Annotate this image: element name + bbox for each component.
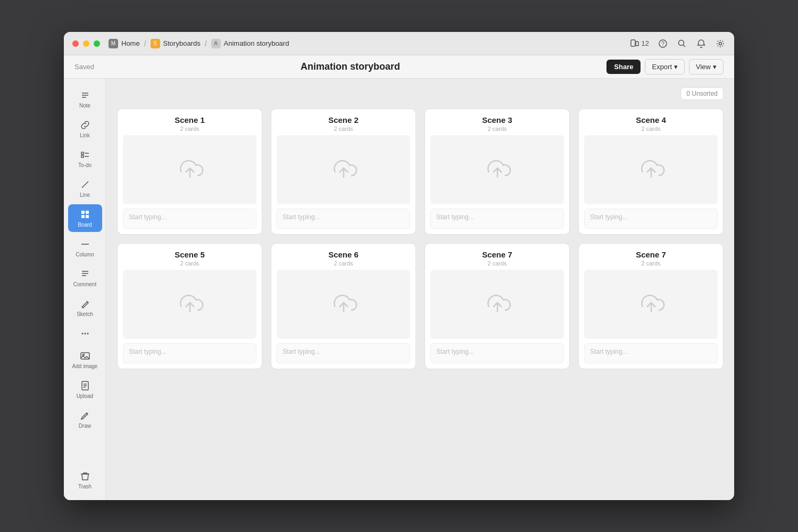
scene-text-area[interactable]: Start typing...: [430, 343, 564, 363]
view-button[interactable]: View ▾: [689, 59, 724, 74]
scene-image-area[interactable]: [430, 135, 564, 204]
upload-label: Upload: [77, 393, 94, 399]
scene-header: Scene 7 2 cards: [425, 244, 569, 270]
link-label: Link: [80, 132, 89, 138]
sidebar-item-note[interactable]: Note: [68, 85, 102, 113]
breadcrumb-animation[interactable]: A Animation storyboard: [211, 39, 289, 48]
help-icon[interactable]: ?: [658, 38, 668, 49]
sidebar-bottom: Trash: [68, 466, 102, 494]
scene-text-area[interactable]: Start typing...: [123, 343, 256, 363]
saved-status: Saved: [74, 63, 94, 71]
note-icon: [79, 89, 91, 101]
scene-header: Scene 4 2 cards: [579, 109, 723, 135]
toolbar-actions: Share Export ▾ View ▾: [606, 59, 724, 74]
scene-header: Scene 6 2 cards: [271, 244, 415, 270]
scene-text-area[interactable]: Start typing...: [584, 209, 718, 229]
scene-image-area[interactable]: [123, 135, 256, 204]
sidebar-item-sketch[interactable]: Sketch: [68, 294, 102, 321]
add-image-label: Add image: [72, 363, 98, 369]
board-icon: [79, 209, 91, 220]
upload-cloud-icon: [481, 156, 513, 183]
scene-card-6[interactable]: Scene 6 2 cards Start typing...: [271, 243, 416, 369]
share-button[interactable]: Share: [606, 60, 641, 74]
comment-label: Comment: [73, 281, 96, 287]
scene-card-4[interactable]: Scene 4 2 cards Start typing...: [578, 109, 724, 235]
svg-point-4: [679, 40, 684, 45]
scene-text-area[interactable]: Start typing...: [277, 209, 410, 229]
upload-cloud-icon: [481, 291, 513, 318]
scene-image-area[interactable]: [430, 270, 564, 339]
upload-cloud-icon: [635, 156, 667, 183]
sidebar-item-upload[interactable]: Upload: [68, 376, 102, 403]
sidebar-item-line[interactable]: Line: [68, 174, 102, 202]
export-button[interactable]: Export ▾: [645, 59, 685, 74]
sidebar-item-comment[interactable]: Comment: [68, 264, 102, 292]
svg-point-6: [719, 42, 722, 45]
sidebar-item-link[interactable]: Link: [68, 115, 102, 143]
upload-cloud-icon: [635, 291, 667, 318]
line-label: Line: [80, 192, 90, 198]
sidebar-item-board[interactable]: Board: [68, 204, 102, 232]
scene-card-2[interactable]: Scene 2 2 cards Start typing...: [271, 109, 416, 235]
minimize-button[interactable]: [83, 40, 89, 47]
sidebar-item-draw[interactable]: Draw: [68, 405, 102, 433]
traffic-lights: [72, 40, 100, 47]
scene-header: Scene 7 2 cards: [579, 244, 723, 270]
svg-rect-16: [86, 211, 89, 214]
scene-card-5[interactable]: Scene 5 2 cards Start typing...: [117, 243, 262, 369]
breadcrumb-storyboards[interactable]: S Storyboards: [151, 39, 201, 48]
sidebar-item-more[interactable]: [68, 323, 102, 344]
settings-icon[interactable]: [715, 38, 726, 49]
scene-image-area[interactable]: [277, 135, 410, 204]
scene-title: Scene 3: [433, 115, 562, 124]
upload-cloud-icon: [328, 291, 360, 318]
trash-icon: [79, 470, 91, 482]
draw-label: Draw: [79, 423, 91, 429]
scene-image-area[interactable]: [584, 135, 718, 204]
scene-header: Scene 2 2 cards: [271, 109, 415, 135]
close-button[interactable]: [72, 40, 79, 47]
scene-image-area[interactable]: [123, 270, 256, 339]
sidebar-item-column[interactable]: Column: [68, 234, 102, 262]
sidebar: Note Link: [64, 79, 106, 500]
scene-title: Scene 2: [279, 115, 408, 124]
page-title: Animation storyboard: [94, 61, 606, 72]
scene-title: Scene 7: [586, 250, 716, 259]
scene-header: Scene 3 2 cards: [425, 109, 569, 135]
search-icon[interactable]: [677, 38, 687, 49]
scene-text-area[interactable]: Start typing...: [430, 209, 564, 229]
scene-text-area[interactable]: Start typing...: [123, 209, 256, 229]
svg-point-23: [81, 333, 83, 335]
breadcrumb: M Home / S Storyboards / A Animation sto…: [109, 39, 629, 48]
scene-card-7[interactable]: Scene 7 2 cards Start typing...: [425, 243, 570, 369]
scene-title: Scene 1: [125, 115, 254, 124]
breadcrumb-animation-label: Animation storyboard: [224, 39, 289, 47]
column-icon: [79, 238, 91, 250]
sidebar-item-add-image[interactable]: Add image: [68, 346, 102, 373]
scene-header: Scene 1 2 cards: [118, 109, 262, 135]
sidebar-item-todo[interactable]: To-do: [68, 145, 102, 172]
svg-point-25: [87, 333, 88, 335]
note-label: Note: [79, 103, 90, 109]
breadcrumb-home[interactable]: M Home: [109, 39, 140, 48]
device-icon-group[interactable]: 12: [629, 38, 649, 49]
app-window: M Home / S Storyboards / A Animation sto…: [64, 32, 734, 500]
content-area: 0 Unsorted Scene 1 2 cards Start typing.…: [106, 79, 734, 500]
scene-subtitle: 2 cards: [125, 126, 254, 132]
scene-image-area[interactable]: [277, 270, 410, 339]
scene-text-area[interactable]: Start typing...: [277, 343, 410, 363]
upload-cloud-icon: [174, 291, 206, 318]
scene-card-8[interactable]: Scene 7 2 cards Start typing...: [578, 243, 724, 369]
todo-icon: [79, 149, 91, 161]
scene-card-3[interactable]: Scene 3 2 cards Start typing...: [425, 109, 570, 235]
breadcrumb-home-label: Home: [121, 39, 140, 47]
notification-icon[interactable]: [696, 38, 706, 49]
scene-text-area[interactable]: Start typing...: [584, 343, 718, 363]
scene-image-area[interactable]: [584, 270, 718, 339]
comment-icon: [79, 268, 91, 280]
maximize-button[interactable]: [94, 40, 100, 47]
svg-rect-18: [86, 215, 89, 218]
sidebar-item-trash[interactable]: Trash: [68, 466, 102, 494]
scene-card-1[interactable]: Scene 1 2 cards Start typing...: [117, 109, 262, 235]
svg-rect-0: [631, 40, 635, 46]
